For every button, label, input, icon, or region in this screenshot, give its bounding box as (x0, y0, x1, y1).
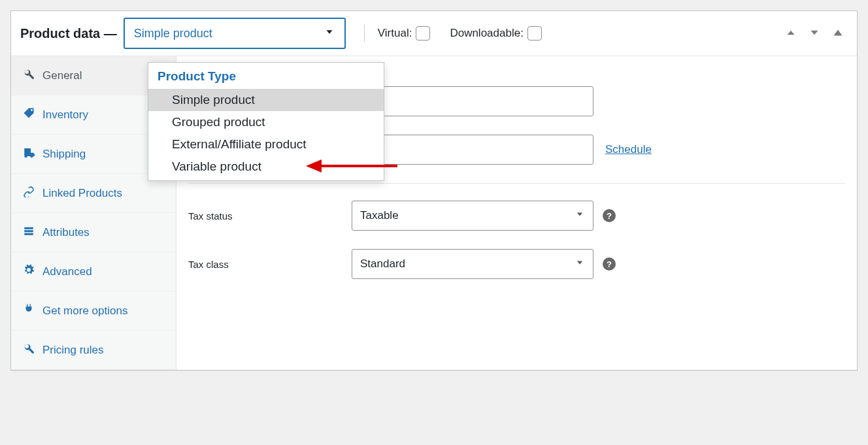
virtual-label: Virtual: (378, 27, 412, 40)
row-tax-status: Tax status Taxable ? (188, 201, 845, 231)
sidebar-item-attributes[interactable]: Attributes (11, 213, 176, 252)
truck-icon (23, 146, 35, 161)
sidebar-item-label: Inventory (42, 108, 88, 122)
tax-status-value: Taxable (360, 209, 399, 222)
content-divider (188, 183, 845, 184)
list-icon (23, 225, 35, 240)
downloadable-checkbox-group: Downloadable: (450, 26, 541, 41)
dropdown-option-external[interactable]: External/Affiliate product (148, 133, 384, 156)
tax-class-select[interactable]: Standard (352, 249, 593, 279)
sidebar-item-label: Attributes (42, 226, 90, 239)
tax-status-label: Tax status (188, 210, 352, 222)
downloadable-checkbox[interactable] (527, 26, 542, 41)
panel-header: Product data — Simple product Virtual: D… (11, 11, 857, 56)
downloadable-label: Downloadable: (450, 27, 523, 40)
order-down-icon[interactable] (805, 23, 824, 44)
product-type-select[interactable]: Simple product (124, 18, 346, 49)
product-type-selected: Simple product (134, 27, 212, 41)
sale-price-input[interactable] (352, 135, 593, 165)
gear-icon (23, 264, 35, 279)
dropdown-option-grouped[interactable]: Grouped product (148, 111, 384, 133)
wrench-icon (23, 342, 35, 357)
tag-icon (23, 107, 35, 122)
sidebar-item-advanced[interactable]: Advanced (11, 252, 176, 291)
plug-icon (23, 303, 35, 318)
product-data-panel: Product data — Simple product Virtual: D… (10, 10, 858, 371)
schedule-link[interactable]: Schedule (605, 143, 652, 156)
sidebar-item-label: General (42, 69, 82, 82)
help-icon[interactable]: ? (603, 209, 616, 222)
wrench-icon (23, 68, 35, 83)
divider (364, 25, 365, 42)
link-icon (23, 186, 35, 201)
panel-title: Product data — (20, 26, 117, 41)
tax-class-value: Standard (360, 257, 405, 271)
collapse-icon[interactable] (828, 23, 848, 44)
sidebar-item-label: Linked Products (42, 187, 122, 200)
regular-price-input[interactable] (352, 86, 593, 116)
chevron-down-icon (324, 26, 335, 41)
row-tax-class: Tax class Standard ? (188, 249, 845, 279)
panel-body: General Inventory Shipping Linked Produc… (11, 56, 857, 370)
sidebar-item-label: Advanced (42, 265, 92, 278)
help-icon[interactable]: ? (603, 257, 616, 271)
order-up-icon[interactable] (781, 23, 801, 44)
chevron-down-icon (575, 257, 585, 271)
sidebar-item-label: Get more options (42, 305, 127, 318)
sidebar-item-label: Shipping (42, 148, 86, 161)
dropdown-option-variable[interactable]: Variable product (148, 156, 384, 180)
product-type-dropdown: Product Type Simple product Grouped prod… (148, 62, 384, 181)
chevron-down-icon (575, 209, 585, 223)
sidebar-item-label: Pricing rules (42, 344, 104, 357)
dropdown-option-simple[interactable]: Simple product (148, 89, 384, 111)
sidebar-item-pricing-rules[interactable]: Pricing rules (11, 331, 176, 370)
sidebar-item-get-more-options[interactable]: Get more options (11, 291, 176, 331)
panel-nav (781, 23, 848, 44)
tax-status-select[interactable]: Taxable (352, 201, 593, 231)
tax-class-label: Tax class (188, 259, 352, 270)
dropdown-group-label: Product Type (148, 63, 384, 89)
virtual-checkbox[interactable] (416, 26, 430, 41)
virtual-checkbox-group: Virtual: (378, 26, 431, 41)
